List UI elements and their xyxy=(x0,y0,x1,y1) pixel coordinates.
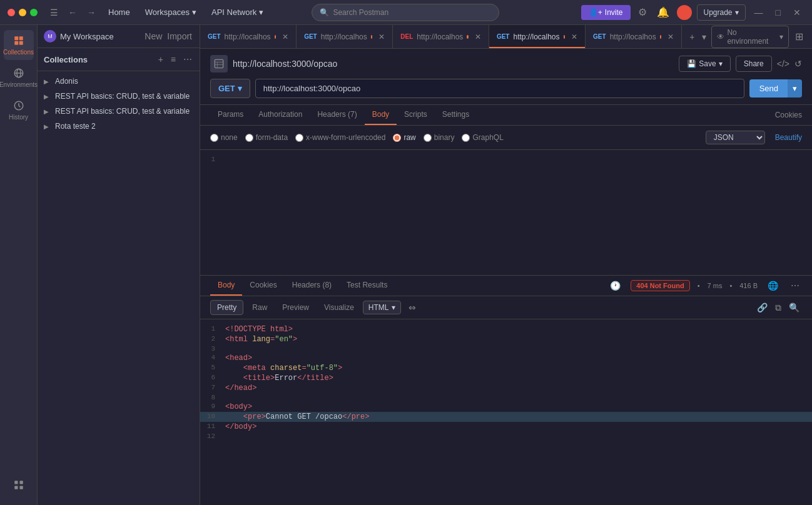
send-arrow-button[interactable]: ▾ xyxy=(788,79,802,98)
body-raw-option[interactable]: raw xyxy=(393,133,415,142)
tab-1[interactable]: GET http://localhos ✕ xyxy=(200,25,297,48)
response-history-icon[interactable]: 🕐 xyxy=(607,279,623,292)
send-button[interactable]: Send xyxy=(749,79,788,98)
tab-close-btn[interactable]: ✕ xyxy=(282,32,288,41)
nav-workspaces[interactable]: Workspaces ▾ xyxy=(140,5,201,19)
method-selector[interactable]: GET ▾ xyxy=(210,79,250,98)
search-response-icon[interactable]: 🔍 xyxy=(786,301,802,314)
sidebar-item-history[interactable]: History xyxy=(4,95,34,125)
response-tab-test-results[interactable]: Test Results xyxy=(339,276,395,296)
line-number: 4 xyxy=(200,354,225,362)
layout-toggle-btn[interactable]: ⊞ xyxy=(791,29,807,44)
sidebar-item-environments[interactable]: Environments xyxy=(4,62,34,92)
win-close[interactable]: ✕ xyxy=(789,6,804,19)
format-tab-visualize[interactable]: Visualize xyxy=(318,301,360,314)
nav-api-network[interactable]: API Network ▾ xyxy=(206,5,268,19)
more-options-btn[interactable]: ⋯ xyxy=(182,53,193,66)
invite-button[interactable]: 👤+ Invite xyxy=(581,5,631,20)
add-collection-btn[interactable]: + xyxy=(157,53,165,66)
tab-4[interactable]: GET http://localhos ✕ xyxy=(489,25,586,48)
tab-close-btn[interactable]: ✕ xyxy=(667,32,674,41)
req-tab-settings[interactable]: Settings xyxy=(435,105,477,125)
copy-link-icon[interactable]: 🔗 xyxy=(754,301,770,314)
request-tabs: Params Authorization Headers (7) Body Sc… xyxy=(200,105,812,126)
response-tab-headers[interactable]: Headers (8) xyxy=(285,276,339,296)
sidebar-item-explore[interactable] xyxy=(4,470,34,500)
tab-2[interactable]: GET http://localhos ✕ xyxy=(297,25,393,48)
tree-arrow-icon: ▶ xyxy=(44,123,51,130)
copy-icon[interactable]: ⧉ xyxy=(773,301,784,314)
share-button[interactable]: Share xyxy=(736,56,772,72)
req-tab-scripts[interactable]: Scripts xyxy=(397,105,435,125)
titlebar: ☰ ← → Home Workspaces ▾ API Network ▾ 🔍 … xyxy=(0,0,812,25)
req-tab-auth[interactable]: Authorization xyxy=(251,105,310,125)
no-environment-selector[interactable]: 👁 No environment ▾ xyxy=(711,26,789,48)
collection-item-rest1[interactable]: ▶ REST API basics: CRUD, test & variable xyxy=(38,89,200,104)
collection-item-rest2[interactable]: ▶ REST API basics: CRUD, test & variable xyxy=(38,104,200,119)
save-chevron-icon: ▾ xyxy=(719,59,723,68)
body-graphql-option[interactable]: GraphQL xyxy=(462,133,503,142)
body-urlencoded-option[interactable]: x-www-form-urlencoded xyxy=(295,133,385,142)
sidebar-item-collections[interactable]: Collections xyxy=(4,30,34,60)
response-line-7: 7 </head> xyxy=(200,383,812,393)
close-button[interactable] xyxy=(8,9,15,16)
avatar[interactable] xyxy=(677,5,692,20)
maximize-button[interactable] xyxy=(30,9,38,16)
search-bar[interactable]: 🔍 Search Postman xyxy=(312,4,499,21)
nav-hamburger[interactable]: ☰ xyxy=(48,6,61,19)
collection-item-rota[interactable]: ▶ Rota teste 2 xyxy=(38,119,200,134)
win-minimize[interactable]: — xyxy=(751,6,767,19)
invite-icon: 👤+ xyxy=(589,8,602,17)
explore-icon xyxy=(13,479,24,491)
tab-3[interactable]: DEL http://localhos ✕ xyxy=(393,25,489,48)
format-tab-preview[interactable]: Preview xyxy=(276,301,315,314)
tab-close-btn[interactable]: ✕ xyxy=(378,32,385,41)
req-tab-params[interactable]: Params xyxy=(210,105,251,125)
format-icons: 🔗 ⧉ 🔍 xyxy=(754,301,802,314)
response-tab-cookies[interactable]: Cookies xyxy=(242,276,284,296)
req-tab-body[interactable]: Body xyxy=(365,105,397,125)
json-format-selector[interactable]: JSON Text JavaScript HTML XML xyxy=(706,131,765,144)
minimize-button[interactable] xyxy=(19,9,26,16)
tab-5[interactable]: GET http://localhos ✕ xyxy=(586,25,682,48)
nav-back[interactable]: ← xyxy=(66,6,79,19)
win-maximize[interactable]: □ xyxy=(772,6,784,19)
workspace-icon: M xyxy=(44,30,56,42)
filter-collections-btn[interactable]: ≡ xyxy=(170,53,177,66)
tab-close-btn[interactable]: ✕ xyxy=(475,32,481,41)
request-body-editor[interactable]: 1 xyxy=(200,150,812,275)
tab-list-btn[interactable]: ▾ xyxy=(699,31,709,43)
nav-forward[interactable]: → xyxy=(84,6,98,19)
req-cookies-link[interactable]: Cookies xyxy=(775,111,802,119)
tab-modified-dot xyxy=(467,35,469,39)
format-tab-raw[interactable]: Raw xyxy=(246,301,273,314)
tab-close-btn[interactable]: ✕ xyxy=(571,32,577,41)
request-header: http://localhost:3000/opcao 💾 Save ▾ Sha… xyxy=(210,55,802,72)
line-content: <pre>Cannot GET /opcao</pre> xyxy=(225,412,369,421)
beautify-button[interactable]: Beautify xyxy=(775,133,802,142)
language-selector[interactable]: HTML ▾ xyxy=(363,301,401,314)
req-tab-headers[interactable]: Headers (7) xyxy=(310,105,364,125)
upgrade-button[interactable]: Upgrade ▾ xyxy=(697,4,746,21)
body-formdata-option[interactable]: form-data xyxy=(245,133,288,142)
format-tab-pretty[interactable]: Pretty xyxy=(210,300,243,315)
nav-home[interactable]: Home xyxy=(103,5,135,19)
body-none-option[interactable]: none xyxy=(210,133,238,142)
settings-button[interactable]: ⚙ xyxy=(636,4,649,21)
url-input[interactable] xyxy=(255,79,744,98)
refresh-icon[interactable]: ↺ xyxy=(794,59,802,69)
more-options-icon[interactable]: ⋯ xyxy=(788,279,802,292)
response-tab-body[interactable]: Body xyxy=(210,276,242,296)
collection-item-adonis[interactable]: ▶ Adonis xyxy=(38,74,200,89)
line-number: 10 xyxy=(200,412,225,421)
code-button[interactable]: </> xyxy=(777,59,789,69)
body-binary-option[interactable]: binary xyxy=(424,133,455,142)
import-button[interactable]: Import xyxy=(166,30,193,42)
save-button[interactable]: 💾 Save ▾ xyxy=(679,56,730,72)
word-wrap-btn[interactable]: ⇔ xyxy=(409,302,416,312)
globe-icon[interactable]: 🌐 xyxy=(765,279,781,292)
new-tab-btn[interactable]: + xyxy=(687,31,697,43)
notifications-button[interactable]: 🔔 xyxy=(654,4,672,21)
no-env-label: No environment xyxy=(727,28,777,46)
new-collection-button[interactable]: New xyxy=(143,30,163,42)
